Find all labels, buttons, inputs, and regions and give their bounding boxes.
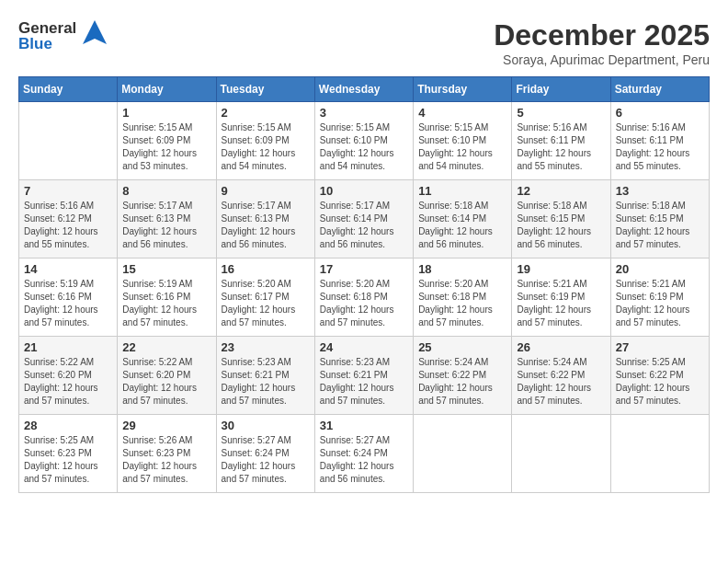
- weekday-header-friday: Friday: [512, 77, 610, 102]
- title-area: December 2025 Soraya, Apurimac Departmen…: [494, 18, 710, 67]
- calendar-cell: 3Sunrise: 5:15 AMSunset: 6:10 PMDaylight…: [314, 102, 413, 180]
- day-info: Sunrise: 5:16 AMSunset: 6:12 PMDaylight:…: [24, 200, 112, 251]
- calendar-cell: 22Sunrise: 5:22 AMSunset: 6:20 PMDayligh…: [118, 337, 216, 415]
- day-number: 15: [122, 262, 210, 276]
- weekday-header-tuesday: Tuesday: [216, 77, 314, 102]
- day-number: 21: [24, 340, 112, 354]
- calendar-cell: 11Sunrise: 5:18 AMSunset: 6:14 PMDayligh…: [414, 180, 512, 259]
- calendar-cell: 4Sunrise: 5:15 AMSunset: 6:10 PMDaylight…: [414, 102, 512, 180]
- day-number: 30: [222, 419, 310, 432]
- day-number: 10: [320, 184, 408, 198]
- day-number: 16: [222, 262, 310, 276]
- day-info: Sunrise: 5:16 AMSunset: 6:11 PMDaylight:…: [616, 121, 704, 173]
- day-info: Sunrise: 5:20 AMSunset: 6:18 PMDaylight:…: [418, 278, 506, 329]
- calendar-cell: [19, 102, 118, 180]
- calendar-cell: 5Sunrise: 5:16 AMSunset: 6:11 PMDaylight…: [512, 102, 610, 180]
- header: General Blue December 2025 Soraya, Apuri…: [18, 18, 710, 67]
- calendar-cell: 30Sunrise: 5:27 AMSunset: 6:24 PMDayligh…: [216, 415, 314, 493]
- calendar-cell: 6Sunrise: 5:16 AMSunset: 6:11 PMDaylight…: [610, 102, 709, 180]
- calendar-cell: 10Sunrise: 5:17 AMSunset: 6:14 PMDayligh…: [314, 180, 413, 259]
- day-info: Sunrise: 5:20 AMSunset: 6:18 PMDaylight:…: [320, 278, 408, 329]
- day-number: 4: [418, 106, 506, 120]
- calendar-cell: 19Sunrise: 5:21 AMSunset: 6:19 PMDayligh…: [512, 259, 610, 337]
- day-number: 6: [616, 106, 704, 120]
- day-info: Sunrise: 5:26 AMSunset: 6:23 PMDaylight:…: [122, 434, 210, 486]
- day-number: 11: [418, 184, 506, 198]
- calendar-cell: 29Sunrise: 5:26 AMSunset: 6:23 PMDayligh…: [118, 415, 216, 493]
- calendar-cell: 14Sunrise: 5:19 AMSunset: 6:16 PMDayligh…: [19, 259, 118, 337]
- day-info: Sunrise: 5:19 AMSunset: 6:16 PMDaylight:…: [122, 278, 210, 329]
- calendar-cell: 27Sunrise: 5:25 AMSunset: 6:22 PMDayligh…: [610, 337, 709, 415]
- day-info: Sunrise: 5:19 AMSunset: 6:16 PMDaylight:…: [24, 278, 112, 329]
- day-number: 26: [517, 340, 605, 354]
- day-number: 31: [320, 419, 408, 432]
- day-info: Sunrise: 5:17 AMSunset: 6:13 PMDaylight:…: [122, 200, 210, 251]
- day-info: Sunrise: 5:15 AMSunset: 6:09 PMDaylight:…: [122, 121, 210, 173]
- logo: General Blue: [18, 18, 108, 52]
- day-info: Sunrise: 5:18 AMSunset: 6:14 PMDaylight:…: [418, 200, 506, 251]
- weekday-header-saturday: Saturday: [610, 77, 709, 102]
- week-row-3: 14Sunrise: 5:19 AMSunset: 6:16 PMDayligh…: [19, 259, 710, 337]
- day-info: Sunrise: 5:25 AMSunset: 6:23 PMDaylight:…: [24, 434, 112, 486]
- calendar-cell: 13Sunrise: 5:18 AMSunset: 6:15 PMDayligh…: [610, 180, 709, 259]
- day-number: 7: [24, 184, 112, 198]
- day-number: 22: [122, 340, 210, 354]
- day-info: Sunrise: 5:18 AMSunset: 6:15 PMDaylight:…: [616, 200, 704, 251]
- weekday-header-thursday: Thursday: [414, 77, 512, 102]
- day-number: 28: [24, 419, 112, 432]
- day-number: 19: [517, 262, 605, 276]
- location-subtitle: Soraya, Apurimac Department, Peru: [494, 52, 710, 67]
- week-row-2: 7Sunrise: 5:16 AMSunset: 6:12 PMDaylight…: [19, 180, 710, 259]
- weekday-header-monday: Monday: [118, 77, 216, 102]
- day-number: 14: [24, 262, 112, 276]
- calendar-cell: 2Sunrise: 5:15 AMSunset: 6:09 PMDaylight…: [216, 102, 314, 180]
- svg-marker-0: [83, 20, 107, 44]
- day-info: Sunrise: 5:24 AMSunset: 6:22 PMDaylight:…: [418, 356, 506, 408]
- calendar-cell: 17Sunrise: 5:20 AMSunset: 6:18 PMDayligh…: [314, 259, 413, 337]
- day-number: 23: [222, 340, 310, 354]
- day-info: Sunrise: 5:16 AMSunset: 6:11 PMDaylight:…: [517, 121, 605, 173]
- calendar-cell: 25Sunrise: 5:24 AMSunset: 6:22 PMDayligh…: [414, 337, 512, 415]
- logo-bird-icon: [81, 18, 108, 52]
- calendar-cell: [414, 415, 512, 493]
- calendar-cell: 1Sunrise: 5:15 AMSunset: 6:09 PMDaylight…: [118, 102, 216, 180]
- weekday-header-sunday: Sunday: [19, 77, 118, 102]
- calendar-cell: 15Sunrise: 5:19 AMSunset: 6:16 PMDayligh…: [118, 259, 216, 337]
- day-number: 27: [616, 340, 704, 354]
- calendar-cell: 28Sunrise: 5:25 AMSunset: 6:23 PMDayligh…: [19, 415, 118, 493]
- day-info: Sunrise: 5:18 AMSunset: 6:15 PMDaylight:…: [517, 200, 605, 251]
- calendar-cell: 16Sunrise: 5:20 AMSunset: 6:17 PMDayligh…: [216, 259, 314, 337]
- day-number: 9: [222, 184, 310, 198]
- calendar-cell: 31Sunrise: 5:27 AMSunset: 6:24 PMDayligh…: [314, 415, 413, 493]
- day-info: Sunrise: 5:25 AMSunset: 6:22 PMDaylight:…: [616, 356, 704, 408]
- calendar-cell: 23Sunrise: 5:23 AMSunset: 6:21 PMDayligh…: [216, 337, 314, 415]
- calendar-cell: 8Sunrise: 5:17 AMSunset: 6:13 PMDaylight…: [118, 180, 216, 259]
- week-row-4: 21Sunrise: 5:22 AMSunset: 6:20 PMDayligh…: [19, 337, 710, 415]
- calendar-cell: 7Sunrise: 5:16 AMSunset: 6:12 PMDaylight…: [19, 180, 118, 259]
- day-number: 5: [517, 106, 605, 120]
- day-info: Sunrise: 5:15 AMSunset: 6:10 PMDaylight:…: [418, 121, 506, 173]
- day-number: 20: [616, 262, 704, 276]
- week-row-1: 1Sunrise: 5:15 AMSunset: 6:09 PMDaylight…: [19, 102, 710, 180]
- day-info: Sunrise: 5:15 AMSunset: 6:09 PMDaylight:…: [222, 121, 310, 173]
- day-number: 8: [122, 184, 210, 198]
- day-number: 3: [320, 106, 408, 120]
- day-info: Sunrise: 5:23 AMSunset: 6:21 PMDaylight:…: [320, 356, 408, 408]
- day-info: Sunrise: 5:27 AMSunset: 6:24 PMDaylight:…: [222, 434, 310, 486]
- calendar-table: SundayMondayTuesdayWednesdayThursdayFrid…: [18, 76, 710, 493]
- day-info: Sunrise: 5:27 AMSunset: 6:24 PMDaylight:…: [320, 434, 408, 486]
- weekday-header-row: SundayMondayTuesdayWednesdayThursdayFrid…: [19, 77, 710, 102]
- month-year-title: December 2025: [494, 18, 710, 52]
- day-info: Sunrise: 5:23 AMSunset: 6:21 PMDaylight:…: [222, 356, 310, 408]
- calendar-cell: 24Sunrise: 5:23 AMSunset: 6:21 PMDayligh…: [314, 337, 413, 415]
- calendar-cell: 9Sunrise: 5:17 AMSunset: 6:13 PMDaylight…: [216, 180, 314, 259]
- logo-blue: Blue: [18, 36, 76, 52]
- day-number: 1: [122, 106, 210, 120]
- day-info: Sunrise: 5:21 AMSunset: 6:19 PMDaylight:…: [616, 278, 704, 329]
- calendar-cell: [610, 415, 709, 493]
- calendar-cell: 21Sunrise: 5:22 AMSunset: 6:20 PMDayligh…: [19, 337, 118, 415]
- day-info: Sunrise: 5:17 AMSunset: 6:14 PMDaylight:…: [320, 200, 408, 251]
- calendar-cell: 26Sunrise: 5:24 AMSunset: 6:22 PMDayligh…: [512, 337, 610, 415]
- day-info: Sunrise: 5:15 AMSunset: 6:10 PMDaylight:…: [320, 121, 408, 173]
- calendar-cell: 20Sunrise: 5:21 AMSunset: 6:19 PMDayligh…: [610, 259, 709, 337]
